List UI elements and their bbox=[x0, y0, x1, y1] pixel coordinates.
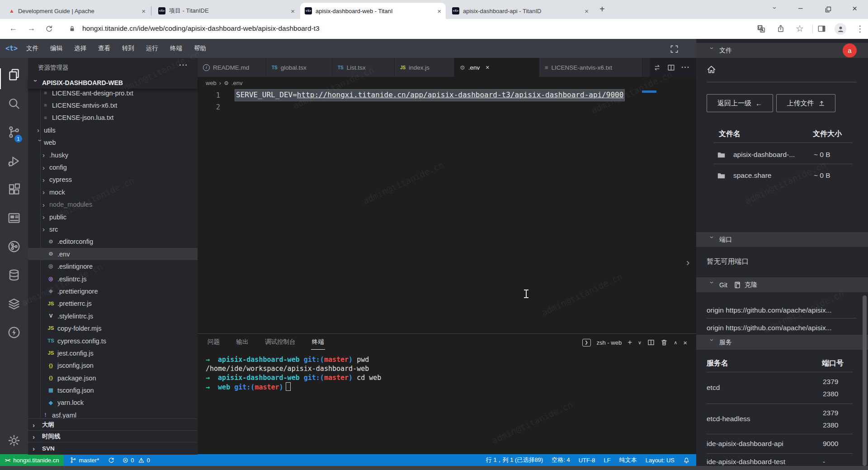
window-minimize-button[interactable]: – bbox=[798, 4, 802, 13]
tree-item[interactable]: › .husky bbox=[28, 149, 198, 161]
tree-item[interactable]: › web bbox=[28, 137, 198, 149]
sync-button[interactable] bbox=[108, 457, 114, 463]
tree-item[interactable]: V .stylelintrc.js bbox=[28, 310, 198, 322]
git-remote[interactable]: origin https://github.com/apache/apisix.… bbox=[707, 324, 857, 332]
tree-item[interactable]: ◎ .eslintignore bbox=[28, 260, 198, 272]
tree-item[interactable]: › node_modules bbox=[28, 199, 198, 211]
service-name[interactable]: ide-apisix-dashboard-api bbox=[707, 440, 783, 448]
tree-item[interactable]: › utils bbox=[28, 124, 198, 136]
share-icon[interactable] bbox=[777, 24, 785, 33]
tab-close-icon[interactable]: × bbox=[291, 7, 295, 15]
tree-item[interactable]: ≡ LICENSE-ant-design-pro.txt bbox=[28, 87, 198, 99]
git-remote[interactable]: origin https://github.com/apache/apisix.… bbox=[707, 306, 857, 314]
layers-icon[interactable] bbox=[8, 298, 20, 310]
menu-item[interactable]: 终端 bbox=[164, 44, 188, 52]
tab-close-icon[interactable]: × bbox=[486, 64, 489, 71]
panel-tab-output[interactable]: 输出 bbox=[235, 334, 249, 349]
upload-file-button[interactable]: 上传文件 bbox=[776, 94, 835, 112]
browser-tab-apisix-guide[interactable]: ▲ Development Guide | Apache × bbox=[5, 3, 150, 19]
search-icon[interactable] bbox=[8, 97, 20, 110]
compare-changes-icon[interactable] bbox=[653, 64, 661, 71]
settings-gear-icon[interactable] bbox=[8, 434, 20, 447]
tree-item[interactable]: JS jest.config.js bbox=[28, 347, 198, 359]
tab-close-icon[interactable]: × bbox=[585, 7, 589, 15]
bell-icon[interactable] bbox=[683, 457, 690, 464]
editor-tab-env[interactable]: ⚙ .env × bbox=[454, 58, 539, 77]
go-up-button[interactable]: 返回上一级 ← bbox=[707, 94, 773, 112]
editor-tab-index-js[interactable]: JS index.js bbox=[395, 58, 454, 77]
tree-item[interactable]: ◆ .prettierignore bbox=[28, 285, 198, 297]
menu-item[interactable]: 选择 bbox=[68, 44, 92, 52]
home-icon[interactable] bbox=[707, 65, 716, 74]
menu-item[interactable]: 转到 bbox=[116, 44, 140, 52]
code-line-1[interactable]: SERVE_URL_DEV=http://hongxi.titanide.cn/… bbox=[236, 89, 623, 101]
tab-search-chevron-icon[interactable]: › bbox=[771, 7, 779, 9]
tree-item[interactable]: › src bbox=[28, 223, 198, 235]
indentation[interactable]: 空格: 4 bbox=[552, 456, 570, 464]
user-avatar[interactable]: a bbox=[843, 43, 857, 57]
side-panel-icon[interactable] bbox=[817, 24, 826, 33]
address-bar[interactable]: hongxi.titanide.cn/ide/web/coding/apisix… bbox=[82, 24, 320, 33]
editor-tab-license[interactable]: ≡ LICENSE-antvis-x6.txt bbox=[539, 58, 642, 77]
more-actions-icon[interactable]: ··· bbox=[681, 63, 690, 71]
bookmark-star-icon[interactable]: ☆ bbox=[796, 23, 804, 34]
close-panel-icon[interactable]: × bbox=[683, 339, 687, 347]
encoding[interactable]: UTF-8 bbox=[579, 457, 595, 464]
language-mode[interactable]: 纯文本 bbox=[619, 456, 637, 464]
terminal-dropdown-chevron-icon[interactable]: ∨ bbox=[638, 340, 642, 346]
split-editor-icon[interactable] bbox=[667, 64, 675, 71]
explorer-icon[interactable] bbox=[8, 68, 20, 81]
editor-tab-readme[interactable]: i README.md bbox=[198, 58, 266, 77]
outline-section[interactable]: › 大纲 bbox=[28, 418, 198, 431]
tree-item[interactable]: ≡ LICENSE-antvis-x6.txt bbox=[28, 99, 198, 111]
tree-item[interactable]: ▦ tsconfig.json bbox=[28, 384, 198, 396]
tree-item[interactable]: JS copy-folder.mjs bbox=[28, 322, 198, 334]
service-name[interactable]: etcd-headless bbox=[707, 415, 750, 423]
git-branch-status[interactable]: master* bbox=[70, 457, 99, 464]
refresh-button[interactable] bbox=[45, 25, 53, 33]
tree-item[interactable]: TS cypress.config.ts bbox=[28, 335, 198, 347]
panel-expand-chevron-icon[interactable]: › bbox=[686, 257, 689, 269]
split-terminal-icon[interactable] bbox=[647, 339, 655, 346]
lightning-icon[interactable] bbox=[8, 326, 20, 339]
tree-item[interactable]: JS .prettierrc.js bbox=[28, 298, 198, 310]
tree-item[interactable]: › public bbox=[28, 211, 198, 223]
tree-item[interactable]: › cypress bbox=[28, 174, 198, 186]
clone-label[interactable]: 克隆 bbox=[745, 281, 757, 289]
extensions-icon[interactable] bbox=[8, 183, 20, 196]
fullscreen-icon[interactable] bbox=[670, 45, 679, 53]
keyboard-layout[interactable]: Layout: US bbox=[646, 457, 675, 464]
browser-menu-kebab-icon[interactable]: ⋮ bbox=[856, 24, 864, 34]
timeline-section[interactable]: › 时间线 bbox=[28, 430, 198, 442]
window-close-button[interactable]: × bbox=[852, 4, 857, 14]
problems-status[interactable]: 0 0 bbox=[123, 457, 150, 464]
maximize-panel-chevron-icon[interactable]: ∧ bbox=[674, 340, 677, 346]
eol-sequence[interactable]: LF bbox=[604, 457, 611, 464]
preview-panel-icon[interactable] bbox=[8, 212, 20, 224]
window-restore-button[interactable] bbox=[825, 6, 832, 13]
scrollbar-thumb[interactable] bbox=[863, 295, 867, 466]
tree-item[interactable]: › config bbox=[28, 161, 198, 173]
tree-item[interactable]: ◎ .eslintrc.js bbox=[28, 273, 198, 285]
service-name[interactable]: ide-apisix-dashboard-test bbox=[707, 458, 785, 466]
breadcrumb-file[interactable]: .env bbox=[231, 80, 243, 86]
tree-item[interactable]: ◆ yarn.lock bbox=[28, 397, 198, 409]
git-section-header[interactable]: › Git 克隆 bbox=[696, 277, 868, 292]
svn-section[interactable]: › SVN bbox=[28, 442, 198, 455]
tree-item[interactable]: {} package.json bbox=[28, 372, 198, 384]
forward-button[interactable]: → bbox=[27, 24, 35, 33]
shell-selector[interactable]: zsh - web bbox=[597, 339, 622, 346]
new-tab-button[interactable]: + bbox=[599, 4, 605, 14]
tree-item[interactable]: ! asf.yaml bbox=[28, 409, 198, 418]
new-terminal-button[interactable]: + bbox=[627, 338, 632, 347]
database-icon[interactable] bbox=[8, 269, 20, 281]
browser-tab-dashboard-api[interactable]: <t> apisix-dashboard-api - TitanID × bbox=[448, 3, 593, 19]
tree-item[interactable]: {} jsconfig.json bbox=[28, 360, 198, 372]
menu-item[interactable]: 编辑 bbox=[44, 44, 68, 52]
service-name[interactable]: etcd bbox=[707, 384, 720, 392]
translate-icon[interactable] bbox=[757, 24, 765, 33]
cursor-position[interactable]: 行 1，列 1 (已选择89) bbox=[486, 456, 543, 464]
ports-section-header[interactable]: › 端口 bbox=[696, 232, 868, 247]
panel-tab-problems[interactable]: 问题 bbox=[207, 334, 221, 349]
menu-item[interactable]: 帮助 bbox=[188, 44, 212, 52]
